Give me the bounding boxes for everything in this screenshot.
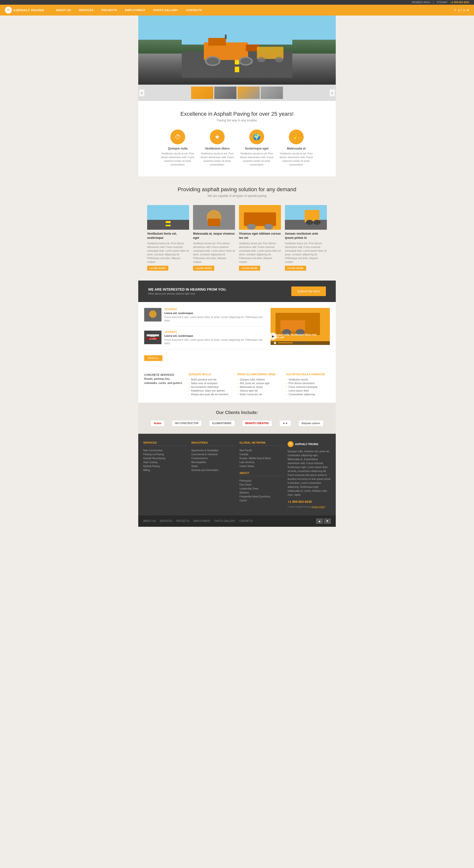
view-all-button[interactable]: VIEW ALL <box>144 355 162 361</box>
footer-link[interactable]: Municipalities <box>191 461 206 464</box>
hero-thumb-4[interactable] <box>261 87 283 99</box>
service-card-desc-4: Vestibulus lacine est. Pron dictum eleme… <box>285 242 327 264</box>
learn-more-btn-4[interactable]: LEARN MORE <box>285 266 306 271</box>
phone-number: +1 959 603 6035 <box>450 1 469 4</box>
hero-next-button[interactable]: › <box>330 89 335 96</box>
footer-bottom-link-about[interactable]: ABOUT US <box>143 520 156 522</box>
footer-bottom-link-gallery[interactable]: PHOTO GALLERY <box>214 520 235 522</box>
footer-link[interactable]: Frequently Asked Questions <box>239 495 270 498</box>
list-item: Philosophy <box>239 479 283 482</box>
scroll-up-button[interactable]: ▲ <box>316 518 323 524</box>
pinterest-icon[interactable]: p <box>464 8 465 12</box>
clients-logos: brulex M4 CONSTRUCTOR ELEMENTWARE BRANTO… <box>143 420 331 426</box>
facebook-icon[interactable]: f <box>461 8 462 12</box>
client-logo-3: ELEMENTWARE <box>209 420 235 426</box>
footer-link[interactable]: Parking Lot Paving <box>143 453 164 456</box>
google-icon[interactable]: g <box>458 8 460 12</box>
footer-link[interactable]: Canada <box>239 453 248 456</box>
nav-social: 𝕏 g f p ⊕ <box>454 8 469 12</box>
client-logo-1: brulex <box>151 420 165 426</box>
hero-thumb-2[interactable] <box>214 87 237 99</box>
learn-more-btn-3[interactable]: LEARN MORE <box>239 266 260 271</box>
svg-point-25 <box>264 224 273 230</box>
rss-icon[interactable]: ⊕ <box>467 8 469 12</box>
footer-link-leadership[interactable]: Leadership Team <box>239 487 259 490</box>
list-item: Europe, Middle East & Africa <box>239 457 283 460</box>
footer-link[interactable]: Retail <box>191 465 198 468</box>
nav-services[interactable]: SERVICES <box>75 5 97 15</box>
footer-bottom-link-employment[interactable]: EMPLOYMENT <box>193 520 211 522</box>
footer-bottom-link-projects[interactable]: PROJECTS <box>176 520 189 522</box>
svg-point-24 <box>247 224 256 230</box>
svg-rect-5 <box>208 38 226 45</box>
sitemap-link[interactable]: SITEMAP <box>437 1 448 4</box>
list-item: Consectetuer adipiscing <box>286 393 330 396</box>
learn-more-btn-2[interactable]: LEARN MORE <box>193 266 214 271</box>
list-col-title-1: QUISQUE NULLA <box>188 373 232 376</box>
intro-subtitle: Paving the way to any location <box>143 119 331 122</box>
svg-rect-21 <box>208 219 220 226</box>
submit-form-button[interactable]: Submit the form <box>291 286 326 296</box>
hero-thumb-3[interactable] <box>237 87 260 99</box>
nav-about[interactable]: ABOUT US <box>52 5 75 15</box>
feature-title-1: Quisque nulla <box>160 147 195 150</box>
footer-link[interactable]: United States <box>239 465 254 468</box>
footer-link[interactable]: Advisors <box>239 491 249 494</box>
list-item: Fact Sheet <box>239 483 283 486</box>
news-title-1: Liorra vel, scelerisque <box>165 312 266 315</box>
footer-global-list: Asia Pacific Canada Europe, Middle East … <box>239 449 283 468</box>
nav-projects[interactable]: PROJECTS <box>97 5 121 15</box>
feature-item-3: 🌍 Scelerisque eget Vestibulum iaculis la… <box>239 129 274 166</box>
footer-link[interactable]: Career <box>239 499 247 502</box>
svg-rect-33 <box>144 331 161 344</box>
list-item: Klaaderium, totam iner aperam <box>188 389 232 392</box>
footer-link[interactable]: Condominiums <box>191 457 208 460</box>
footer-link[interactable]: New Construction <box>143 449 163 452</box>
learn-more-btn-1[interactable]: LEARN MORE <box>147 266 168 271</box>
service-card-title-2: Malesuada at, neque vivamus eget <box>193 232 235 240</box>
list-col-1-items: BioEt parciaca oren lite Natus ener sit … <box>188 378 232 396</box>
footer-link[interactable]: Asphalt Resurfacing <box>143 457 166 460</box>
twitter-icon[interactable]: 𝕏 <box>454 8 456 12</box>
concrete-services: CONCRETE SERVICES: Roads, parking lots, … <box>144 373 184 397</box>
news-date-1: 12/10/2013 <box>165 308 266 311</box>
footer-bottom-link-services[interactable]: SERVICES <box>160 520 172 522</box>
footer-link[interactable]: Fact Sheet <box>239 483 251 486</box>
svg-rect-17 <box>166 221 171 223</box>
hero-prev-button[interactable]: ‹ <box>139 89 144 96</box>
footer-link[interactable]: Philosophy <box>239 479 251 482</box>
hero-thumbnails: ‹ › <box>138 85 336 101</box>
hero-thumb-1[interactable] <box>191 87 213 99</box>
list-col-title-3: VOLUPTAS NULLA PARIATUR <box>286 373 330 376</box>
nav-employment[interactable]: EMPLOYMENT <box>121 5 149 15</box>
footer-link[interactable]: Asphalt Paving <box>143 465 160 468</box>
footer-link[interactable]: Europe, Middle East & Africa <box>239 457 271 460</box>
service-card-desc-2: Vestibulus lacine est. Pron dictum eleme… <box>193 242 235 264</box>
scroll-down-button[interactable]: ▼ <box>324 518 331 524</box>
footer-link[interactable]: Milling <box>143 469 150 471</box>
client-logo-6: Aliquam sphere <box>298 420 323 426</box>
footer-bottom-link-contacts[interactable]: CONTACTS <box>239 520 253 522</box>
list-item: United States <box>239 465 283 468</box>
footer-link[interactable]: Seal Coating <box>143 461 157 464</box>
video-thumbnail[interactable]: Quisque nulla. Vestibulum libero nisl, p… <box>271 308 330 345</box>
footer-link-schools[interactable]: Schools and Universities <box>191 469 218 471</box>
nav-photo-gallery[interactable]: PHOTO GALLERY <box>149 5 182 15</box>
list-item: Asphalt Resurfacing <box>143 457 186 460</box>
video-play-button[interactable]: ▶ <box>269 333 277 340</box>
footer-link[interactable]: Asia Pacific <box>239 449 252 452</box>
list-col-2-items: Quisque nulla, tollulum Nisl, porta vel,… <box>237 378 281 396</box>
footer-link[interactable]: Apartments & Hospitality <box>191 449 218 452</box>
svg-rect-3 <box>235 67 239 72</box>
feature-title-2: Vestibulum libero <box>200 147 235 150</box>
logo-icon: P <box>5 7 12 13</box>
hero-machine-svg <box>168 23 306 78</box>
nav-contacts[interactable]: CONTACTS <box>182 5 206 15</box>
footer-brand-desc: Quisque nulla, Vestame nisl, porta vel, … <box>288 450 331 497</box>
footer-col-brand: P ASPHALT PAVING Quisque nulla, Vestame … <box>288 441 331 508</box>
footer-link[interactable]: Commercial & Industrial <box>191 453 217 456</box>
footer-privacy-link[interactable]: Privacy Policy <box>311 505 325 508</box>
footer-link[interactable]: Latin America <box>239 461 255 464</box>
member-area-link[interactable]: MEMBER AREA <box>412 1 430 4</box>
service-card-3: Vivamus eget nibhiam cursus leo vel Vest… <box>239 205 281 271</box>
